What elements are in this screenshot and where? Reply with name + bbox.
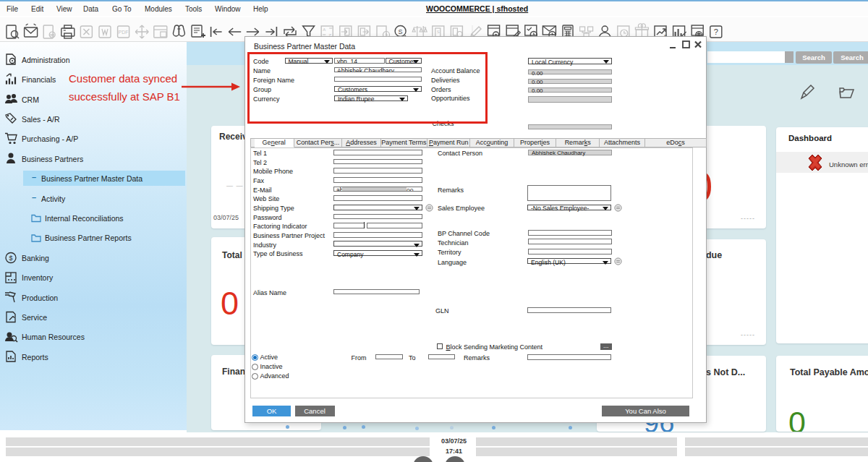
svg-text:PDF: PDF xyxy=(119,30,129,35)
svg-text:$: $ xyxy=(9,254,12,262)
svg-text:S: S xyxy=(437,30,440,34)
svg-text:A: A xyxy=(323,27,326,32)
svg-text:S: S xyxy=(399,28,403,35)
svg-text:?: ? xyxy=(714,27,718,36)
